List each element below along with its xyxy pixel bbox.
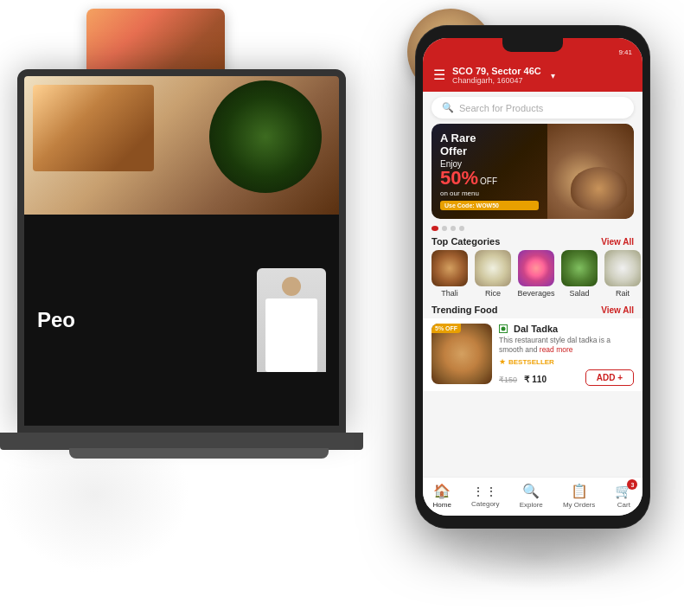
add-to-cart-button[interactable]: ADD + [585,369,634,386]
hamburger-icon[interactable]: ☰ [433,68,445,82]
food-name: Dal Tadka [514,324,558,334]
laptop-foot [69,448,329,459]
cart-badge: 🛒 3 [615,483,632,499]
nav-home-label: Home [433,501,451,509]
cart-count: 3 [627,479,637,490]
categories-header: Top Categories View All [423,234,642,250]
chevron-down-icon[interactable]: ▾ [551,71,555,80]
category-rice-label: Rice [485,289,501,298]
phone-notch [502,38,563,52]
phone-screen: 9:41 ☰ SCO 79, Sector 46C Chandigarh, 16… [423,38,642,516]
banner-discount: 50% [440,169,478,188]
status-time: 9:41 [618,48,632,56]
laptop-mockup: Peo [17,69,380,502]
category-thali-label: Thali [441,289,458,298]
nav-home[interactable]: 🏠 Home [433,483,451,509]
phone-mockup: 9:41 ☰ SCO 79, Sector 46C Chandigarh, 16… [416,26,649,528]
laptop-stir-img [209,80,322,193]
veg-icon [499,324,508,333]
categories-row: Thali Rice Beverages Salad Rait [423,250,642,303]
category-rait-image [604,250,641,286]
banner-line2: Offer [440,145,539,157]
dot-2[interactable] [442,226,447,231]
dot-1[interactable] [431,226,438,231]
category-salad-image [561,250,598,286]
dot-4[interactable] [459,226,464,231]
nav-explore-label: Explore [520,501,543,509]
banner-text-area: A Rare Offer Enjoy 50% OFF on our menu U… [431,124,547,219]
trending-view-all[interactable]: View All [601,305,634,315]
category-thali-image [431,250,468,286]
promo-banner: A Rare Offer Enjoy 50% OFF on our menu U… [431,124,634,219]
food-details: Dal Tadka This restaurant style dal tadk… [499,324,634,386]
categories-title: Top Categories [431,236,500,247]
promo-code[interactable]: Use Code: WOW50 [440,201,539,210]
category-rice-image [475,250,511,286]
explore-icon: 🔍 [522,483,540,499]
nav-category-label: Category [471,500,499,508]
category-salad[interactable]: Salad [561,250,598,298]
nav-explore[interactable]: 🔍 Explore [520,483,543,509]
app-header: ☰ SCO 79, Sector 46C Chandigarh, 160047 … [423,62,642,92]
search-bar[interactable]: 🔍 Search for Products [431,97,634,119]
category-beverages-image [518,250,554,286]
dot-3[interactable] [451,226,456,231]
banner-bowl-image [571,167,627,210]
laptop-pizza-img [33,85,154,171]
banner-dots [423,222,642,234]
bottom-navigation: 🏠 Home ⋮⋮ Category 🔍 Explore 📋 My Orders [423,477,642,516]
food-description: This restaurant style dal tadka is a smo… [499,336,634,355]
laptop-text: Peo [37,308,75,332]
category-rice[interactable]: Rice [475,250,511,298]
home-icon: 🏠 [433,483,451,499]
nav-cart[interactable]: 🛒 3 Cart [615,483,632,509]
nav-my-orders[interactable]: 📋 My Orders [563,483,595,509]
laptop-screen: Peo [17,69,346,433]
category-icon: ⋮⋮ [472,484,498,498]
location-title: SCO 79, Sector 46C [452,66,541,76]
trending-card-dal-tadka: 5% OFF Dal Tadka This restaurant style d… [423,318,642,391]
banner-line1: A Rare [440,132,539,144]
food-image-dal-tadka: 5% OFF [431,324,492,384]
price-row: ₹150 ₹ 110 ADD + [499,369,634,386]
nav-category[interactable]: ⋮⋮ Category [471,484,499,508]
discount-badge: 5% OFF [431,324,461,333]
location-subtitle: Chandigarh, 160047 [452,76,541,85]
orders-icon: 📋 [571,483,588,499]
banner-off: OFF [480,176,497,186]
phone-shadow [442,521,632,590]
bestseller-badge: ★ BESTSELLER [499,357,634,366]
laptop-content-inner: Peo [24,76,339,426]
banner-food-image [547,124,634,219]
trending-header: Trending Food View All [423,303,642,318]
search-icon: 🔍 [442,102,454,113]
laptop-lower: Peo [24,215,339,426]
category-salad-label: Salad [569,289,589,298]
trending-title: Trending Food [431,305,497,315]
nav-cart-label: Cart [617,501,630,509]
categories-view-all[interactable]: View All [601,237,634,247]
category-thali[interactable]: Thali [431,250,468,298]
phone-frame: 9:41 ☰ SCO 79, Sector 46C Chandigarh, 16… [416,26,649,528]
category-rait[interactable]: Rait [604,250,641,298]
laptop-top-food [24,76,339,215]
bestseller-text: BESTSELLER [508,358,554,366]
read-more-link[interactable]: read more [540,345,573,354]
category-rait-label: Rait [616,289,630,298]
star-icon: ★ [499,357,506,366]
laptop-base [0,433,363,450]
category-beverages[interactable]: Beverages [518,250,554,298]
laptop-screen-content: Peo [24,76,339,426]
price-current: ₹ 110 [524,375,546,384]
price-info: ₹150 ₹ 110 [499,370,547,386]
nav-orders-label: My Orders [563,501,595,509]
header-left: ☰ SCO 79, Sector 46C Chandigarh, 160047 … [433,66,555,85]
location-info: SCO 79, Sector 46C Chandigarh, 160047 [452,66,541,85]
category-beverages-label: Beverages [517,289,554,298]
banner-menu-text: on our menu [440,189,539,197]
search-placeholder: Search for Products [459,103,543,113]
price-original: ₹150 [499,375,517,384]
